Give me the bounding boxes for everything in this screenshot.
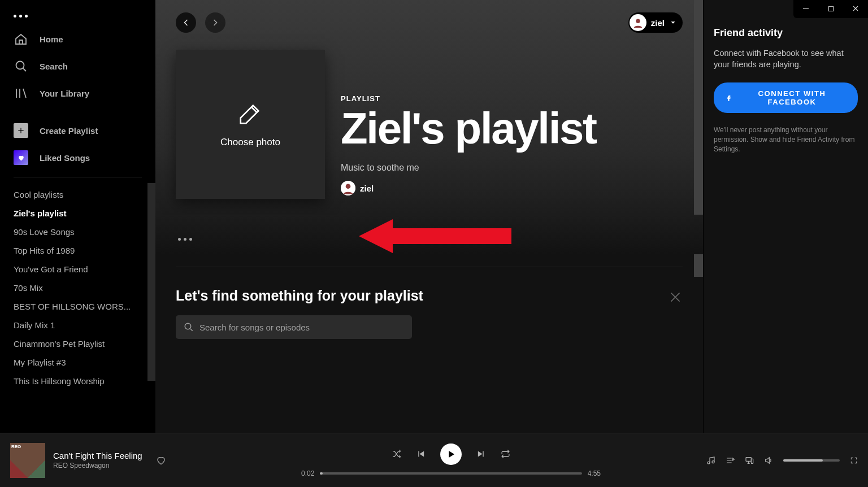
- divider: [14, 177, 142, 177]
- friend-activity-panel: Friend activity Connect with Facebook to…: [703, 0, 868, 433]
- volume-button[interactable]: [764, 456, 773, 465]
- play-button[interactable]: [440, 443, 462, 465]
- owner-name: ziel: [360, 184, 374, 193]
- close-button[interactable]: [843, 0, 868, 18]
- connect-facebook-button[interactable]: CONNECT WITH FACEBOOK: [714, 82, 858, 113]
- divider: [176, 267, 683, 267]
- avatar: [630, 14, 646, 31]
- more-options-button[interactable]: [176, 232, 194, 246]
- playlist-title[interactable]: Ziel's playlist: [341, 106, 683, 151]
- find-section-title: Let's find something for your playlist: [176, 288, 423, 304]
- avatar: [341, 181, 355, 195]
- choose-photo-button[interactable]: Choose photo: [176, 50, 325, 199]
- track-artist[interactable]: REO Speedwagon: [53, 462, 142, 469]
- playlist-item[interactable]: BEST OF HILLSONG WORS...: [0, 297, 155, 316]
- content-type-label: PLAYLIST: [341, 94, 683, 103]
- choose-photo-label: Choose photo: [220, 137, 280, 148]
- facebook-icon: [725, 94, 733, 102]
- user-name: ziel: [651, 18, 665, 28]
- like-track-button[interactable]: [156, 455, 166, 466]
- friend-activity-desc: Connect with Facebook to see what your f…: [714, 48, 858, 70]
- nav-library-label: Your Library: [40, 89, 89, 98]
- search-icon: [184, 322, 194, 332]
- svg-point-9: [712, 460, 714, 463]
- playlist-actions-row: [155, 215, 703, 254]
- svg-point-4: [346, 184, 351, 189]
- create-playlist[interactable]: Create Playlist: [0, 117, 155, 144]
- user-menu[interactable]: ziel: [628, 12, 683, 33]
- playlist-item[interactable]: Ziel's playlist: [0, 204, 155, 223]
- search-icon: [14, 59, 28, 73]
- close-find-button[interactable]: [668, 290, 683, 305]
- connect-facebook-label: CONNECT WITH FACEBOOK: [737, 89, 847, 106]
- sidebar-scrollbar[interactable]: [147, 183, 155, 381]
- svg-rect-7: [828, 6, 833, 11]
- back-button[interactable]: [176, 12, 196, 33]
- nav-search[interactable]: Search: [0, 53, 155, 80]
- playlist-item[interactable]: Cinammon's Pet Playlist: [0, 334, 155, 353]
- duration-time: 4:55: [588, 469, 601, 477]
- fullscreen-button[interactable]: [850, 456, 858, 464]
- repeat-button[interactable]: [501, 449, 510, 459]
- caret-down-icon: [669, 19, 677, 27]
- progress-bar[interactable]: [320, 472, 581, 475]
- forward-button[interactable]: [205, 12, 225, 33]
- previous-button[interactable]: [416, 449, 426, 459]
- devices-button[interactable]: [745, 456, 754, 465]
- player-bar: Can't Fight This Feeling REO Speedwagon …: [0, 433, 868, 487]
- playlist-item[interactable]: 90s Love Songs: [0, 223, 155, 241]
- svg-rect-10: [746, 457, 751, 461]
- window-controls: [793, 0, 868, 18]
- svg-point-2: [636, 19, 640, 23]
- playlist-search-input[interactable]: [176, 315, 412, 339]
- app-menu-button[interactable]: [0, 5, 155, 25]
- svg-marker-5: [359, 219, 511, 253]
- svg-point-0: [16, 62, 24, 69]
- svg-point-6: [185, 323, 191, 329]
- main-content: ziel Choose photo PLAYLIST Ziel's playli…: [155, 0, 703, 433]
- playlist-item[interactable]: This Is Hillsong Worship: [0, 372, 155, 390]
- nav-home-label: Home: [40, 34, 63, 44]
- playlist-item[interactable]: 70s Mix: [0, 279, 155, 297]
- nav-home[interactable]: Home: [0, 25, 155, 53]
- minimize-button[interactable]: [793, 0, 818, 18]
- nav-library[interactable]: Your Library: [0, 80, 155, 107]
- playlist-item[interactable]: Daily Mix 1: [0, 316, 155, 334]
- home-icon: [14, 32, 28, 46]
- shuffle-button[interactable]: [392, 449, 401, 459]
- playlist-item[interactable]: Cool playlists: [0, 185, 155, 204]
- liked-songs-label: Liked Songs: [40, 153, 90, 163]
- maximize-button[interactable]: [818, 0, 843, 18]
- album-art[interactable]: [10, 443, 45, 478]
- playlist-description[interactable]: Music to soothe me: [341, 163, 683, 173]
- playlist-list: Cool playlists Ziel's playlist 90s Love …: [0, 183, 155, 433]
- svg-point-8: [708, 462, 710, 464]
- queue-button[interactable]: [726, 456, 735, 465]
- elapsed-time: 0:02: [301, 469, 314, 477]
- library-icon: [14, 86, 28, 101]
- plus-icon: [14, 123, 28, 138]
- playlist-owner[interactable]: ziel: [341, 181, 683, 195]
- nav-search-label: Search: [40, 62, 68, 71]
- topbar: ziel: [155, 5, 703, 41]
- playlist-item[interactable]: My Playlist #3: [0, 353, 155, 372]
- pencil-icon: [237, 101, 263, 127]
- playlist-item[interactable]: Top Hits of 1989: [0, 241, 155, 260]
- heart-icon: [14, 150, 28, 165]
- next-button[interactable]: [476, 449, 486, 459]
- volume-slider[interactable]: [783, 459, 840, 462]
- liked-songs[interactable]: Liked Songs: [0, 144, 155, 171]
- track-title[interactable]: Can't Fight This Feeling: [53, 451, 142, 460]
- friend-activity-disclaimer: We'll never post anything without your p…: [714, 125, 858, 154]
- create-playlist-label: Create Playlist: [40, 126, 98, 136]
- lyrics-button[interactable]: [706, 456, 715, 465]
- sidebar: Home Search Your Library Crea: [0, 0, 155, 433]
- svg-rect-11: [751, 459, 753, 463]
- search-field[interactable]: [199, 323, 404, 332]
- playlist-item[interactable]: You've Got a Friend: [0, 260, 155, 279]
- friend-activity-title: Friend activity: [714, 27, 858, 39]
- annotation-arrow: [359, 219, 511, 253]
